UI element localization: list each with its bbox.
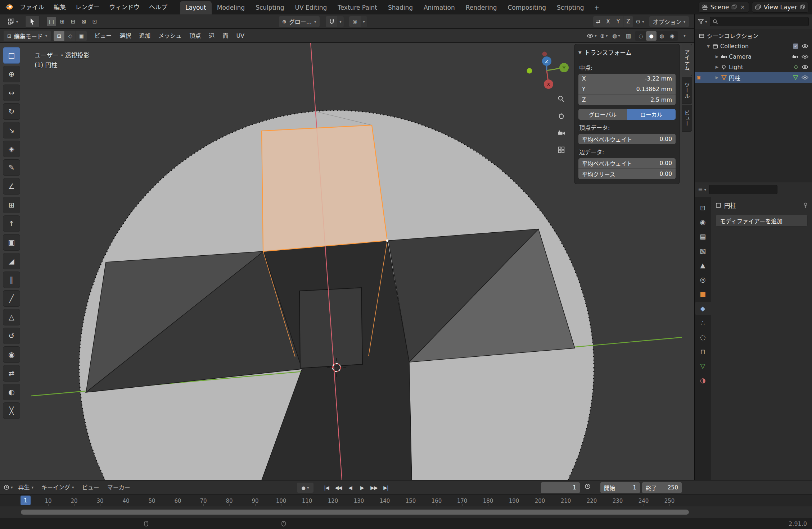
frame-end-field[interactable]: 終了 250 [642, 482, 682, 493]
properties-tab-world[interactable]: ◎ [695, 273, 711, 286]
tool-select-box[interactable]: □ [3, 47, 20, 64]
workspace-tab-sculpting[interactable]: Sculpting [250, 1, 289, 14]
timeline-menu-1[interactable]: キーイング▾ [37, 480, 78, 494]
tool-smooth[interactable]: ◉ [3, 346, 20, 363]
xray-toggle[interactable]: ▥ [623, 31, 634, 41]
menu-item-4[interactable]: ヘルプ [144, 0, 172, 14]
properties-tab-render[interactable]: ◉ [695, 215, 711, 229]
outliner-item-collection[interactable]: ▼Collection✓ [695, 41, 812, 51]
object-visibility-dropdown[interactable]: ▾ [586, 31, 597, 41]
exclude-checkbox[interactable]: ✓ [793, 44, 798, 49]
copy-icon[interactable] [731, 4, 737, 10]
workspace-tab-animation[interactable]: Animation [418, 1, 460, 14]
auto-key-button[interactable]: ● ▾ [297, 483, 313, 493]
pin-icon[interactable] [803, 202, 808, 208]
viewport-3d[interactable]: □⊕↔↻↘◈✎∠⊞↑▣◢∥╱△↺◉⇄◐╳ ユーザー・透視投影 (1) 円柱 Z … [0, 43, 694, 480]
tool-add-cube[interactable]: ⊞ [3, 197, 20, 213]
sidebar-tab-0[interactable]: アイテム [682, 44, 692, 76]
properties-tab-tool[interactable]: ⊡ [695, 201, 711, 214]
gizmos-dropdown[interactable]: ⊕▾ [599, 31, 609, 41]
tool-knife[interactable]: ╱ [3, 290, 20, 307]
timeline-menu-2[interactable]: ビュー [78, 480, 103, 494]
workspace-tab-shading[interactable]: Shading [383, 1, 418, 14]
next-keyframe-button[interactable]: ▶▶ [369, 483, 379, 493]
rendered-shading-button[interactable]: ◉ [667, 31, 677, 41]
select-invert-icon[interactable]: ⊠ [79, 17, 89, 26]
solid-shading-button[interactable]: ● [646, 31, 657, 41]
axis-toggle-z[interactable]: Z [623, 16, 633, 27]
jump-to-start-button[interactable]: |◀ [321, 483, 332, 493]
expand-caret-icon[interactable]: ▶ [714, 75, 720, 80]
outliner-search-input[interactable] [720, 18, 806, 25]
tool-edge-slide[interactable]: ⇄ [3, 365, 20, 382]
select-intersect-icon[interactable]: ⊡ [90, 17, 99, 26]
tool-poly-build[interactable]: △ [3, 309, 20, 325]
eye-icon[interactable] [802, 54, 808, 59]
workspace-tab-compositing[interactable]: Compositing [502, 1, 551, 14]
timeline-editor-type-button[interactable]: ▾ [4, 484, 13, 490]
outliner-item-item[interactable]: ▣▶円柱 [695, 72, 812, 83]
median-y-field[interactable]: Y0.13862 mm [578, 84, 676, 95]
workspace-tab-scripting[interactable]: Scripting [551, 1, 590, 14]
tool-transform[interactable]: ◈ [3, 141, 20, 157]
play-reverse-button[interactable]: ◀ [345, 483, 356, 493]
camera-view-icon[interactable] [553, 125, 569, 141]
properties-editor-type-button[interactable]: ≡ ▾ [698, 186, 706, 193]
tool-spin[interactable]: ↺ [3, 328, 20, 344]
outliner-search-box[interactable] [710, 17, 809, 26]
vertex-bevel-weight-field[interactable]: 平均ベベルウェイト0.00 [578, 134, 676, 144]
workspace-tab-modeling[interactable]: Modeling [212, 1, 250, 14]
prev-keyframe-button[interactable]: ◀◀ [333, 483, 344, 493]
eye-icon[interactable] [802, 44, 808, 49]
axis-toggle-x[interactable]: X [603, 16, 613, 27]
snap-widget[interactable]: ▾ [326, 16, 344, 27]
global-button[interactable]: グローバル [578, 109, 627, 120]
proportional-dropdown-caret-icon[interactable]: ▾ [361, 16, 367, 27]
jump-to-end-button[interactable]: ▶| [380, 483, 391, 493]
properties-tab-object[interactable]: ■ [695, 287, 711, 301]
median-x-field[interactable]: X-3.22 mm [578, 74, 676, 84]
magnet-icon[interactable] [326, 16, 337, 27]
timeline-menu-3[interactable]: マーカー [103, 480, 134, 494]
add-workspace-button[interactable]: + [590, 1, 604, 14]
tool-inset[interactable]: ▣ [3, 234, 20, 251]
blender-logo-icon[interactable] [3, 4, 15, 10]
add-modifier-button[interactable]: モディファイアーを追加 [716, 215, 808, 227]
properties-tab-modifiers[interactable]: ◆ [695, 302, 711, 315]
viewport-menu-1[interactable]: 選択 [116, 29, 135, 43]
play-button[interactable]: ▶ [357, 483, 367, 493]
properties-search-input[interactable] [714, 186, 784, 193]
tool-cursor[interactable]: ⊕ [3, 66, 20, 82]
mode-dropdown[interactable]: ⊡ 編集モード ▾ [4, 31, 51, 41]
horizontal-scrollbar[interactable] [21, 510, 689, 515]
properties-tab-constraints[interactable]: ⊓ [695, 345, 711, 358]
wireframe-shading-button[interactable]: ◌ [636, 31, 646, 41]
workspace-tab-uv-editing[interactable]: UV Editing [290, 1, 333, 14]
properties-tab-object-data[interactable]: ▽ [695, 359, 711, 373]
pivot-point-button[interactable]: ⊙ ▾ [633, 16, 646, 27]
scene-selector[interactable]: Scene × [699, 2, 749, 13]
menu-item-0[interactable]: ファイル [15, 0, 49, 14]
expand-caret-icon[interactable]: ▼ [705, 44, 711, 49]
tool-shrink-fatten[interactable]: ◐ [3, 384, 20, 400]
viewport-menu-5[interactable]: 辺 [205, 29, 218, 43]
tool-annotate[interactable]: ✎ [3, 159, 20, 176]
transform-orientation-dropdown[interactable]: ⊕ グロー... ▾ [279, 16, 320, 27]
tool-rotate[interactable]: ↻ [3, 103, 20, 120]
viewport-menu-7[interactable]: UV [232, 29, 248, 43]
tool-extrude[interactable]: ↑ [3, 215, 20, 232]
navigation-gizmo[interactable]: Z Y X [522, 45, 572, 96]
properties-tab-output[interactable]: ▤ [695, 230, 711, 243]
view-layer-selector[interactable]: View Layer [752, 2, 808, 13]
proportional-edit-icon[interactable]: ◎ [349, 16, 361, 27]
outliner-filter-button[interactable]: ▾ [698, 19, 707, 24]
face-select-mode-button[interactable]: ▣ [76, 31, 87, 41]
expand-caret-icon[interactable]: ▶ [714, 54, 720, 59]
workspace-tab-texture-paint[interactable]: Texture Paint [332, 1, 383, 14]
tool-scale[interactable]: ↘ [3, 122, 20, 138]
unlink-icon[interactable]: × [739, 4, 745, 10]
select-new-icon[interactable]: □ [47, 17, 56, 26]
options-dropdown[interactable]: オプション ▾ [649, 16, 689, 27]
viewport-menu-2[interactable]: 追加 [135, 29, 154, 43]
select-extend-icon[interactable]: ⊞ [58, 17, 67, 26]
